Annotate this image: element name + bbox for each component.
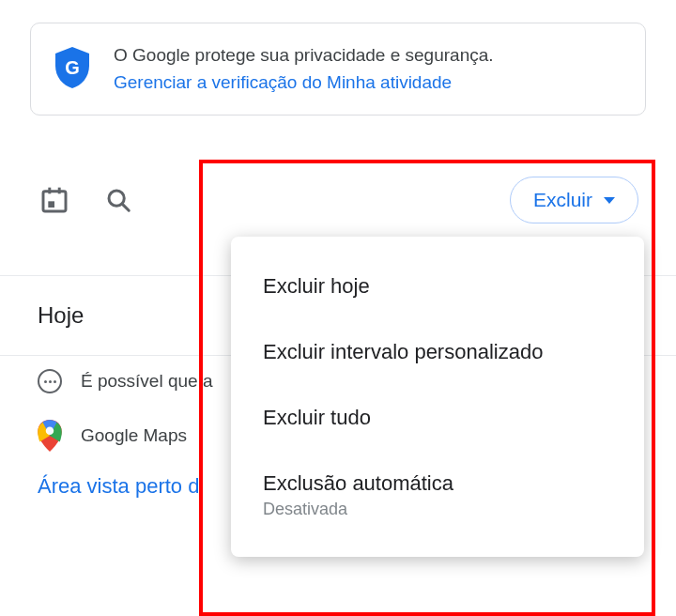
calendar-icon[interactable] bbox=[38, 183, 71, 217]
menu-item-sublabel: Desativada bbox=[263, 500, 612, 519]
shield-icon: G bbox=[54, 46, 91, 93]
menu-delete-custom-range[interactable]: Excluir intervalo personalizado bbox=[231, 319, 644, 385]
svg-rect-4 bbox=[48, 201, 54, 208]
menu-item-label: Excluir tudo bbox=[263, 406, 612, 430]
search-icon[interactable] bbox=[101, 183, 135, 217]
menu-delete-all[interactable]: Excluir tudo bbox=[231, 385, 644, 451]
menu-item-label: Excluir intervalo personalizado bbox=[263, 340, 612, 364]
svg-point-7 bbox=[46, 426, 54, 435]
menu-item-label: Excluir hoje bbox=[263, 274, 612, 299]
activity-text: Google Maps bbox=[81, 425, 187, 446]
svg-rect-2 bbox=[48, 188, 51, 194]
menu-auto-delete[interactable]: Exclusão automática Desativada bbox=[231, 451, 644, 540]
more-icon bbox=[38, 369, 62, 393]
privacy-banner: G O Google protege sua privacidade e seg… bbox=[30, 23, 646, 116]
delete-button[interactable]: Excluir bbox=[510, 177, 638, 223]
svg-rect-3 bbox=[58, 188, 61, 194]
chevron-down-icon bbox=[604, 197, 615, 204]
menu-item-label: Exclusão automática bbox=[263, 471, 612, 496]
activity-text: É possível que a bbox=[81, 371, 212, 392]
svg-text:G: G bbox=[65, 57, 80, 78]
google-maps-icon bbox=[38, 420, 62, 452]
banner-text: O Google protege sua privacidade e segur… bbox=[114, 42, 494, 96]
svg-line-6 bbox=[122, 204, 129, 210]
menu-delete-today[interactable]: Excluir hoje bbox=[231, 254, 644, 319]
banner-message: O Google protege sua privacidade e segur… bbox=[114, 45, 494, 65]
delete-button-label: Excluir bbox=[533, 189, 592, 211]
banner-link[interactable]: Gerenciar a verificação do Minha ativida… bbox=[114, 72, 452, 92]
delete-dropdown-menu: Excluir hoje Excluir intervalo personali… bbox=[231, 237, 644, 557]
toolbar: Excluir bbox=[0, 172, 676, 228]
